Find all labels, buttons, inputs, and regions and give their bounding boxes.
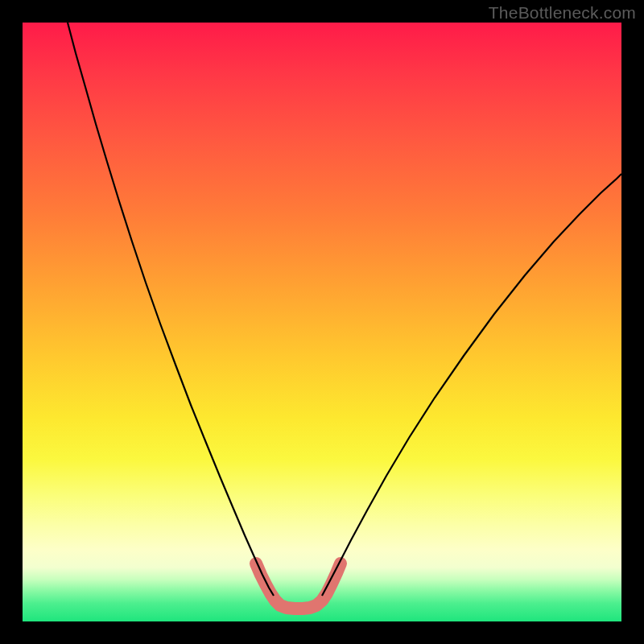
curve-left <box>68 23 274 596</box>
curve-layer <box>23 23 621 621</box>
plot-area <box>23 23 621 621</box>
watermark-text: TheBottleneck.com <box>489 3 636 23</box>
curve-right <box>322 174 621 596</box>
chart-frame: TheBottleneck.com <box>0 0 644 644</box>
